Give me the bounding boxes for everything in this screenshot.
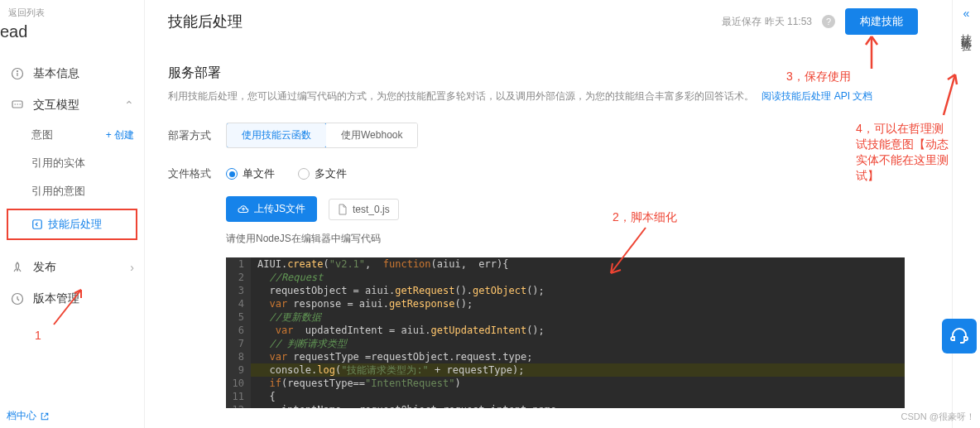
nav-interaction-model[interactable]: 交互模型 ⌃ xyxy=(0,89,144,121)
header-actions: 最近保存 昨天 11:53 ? 构建技能 xyxy=(722,8,918,35)
subnav-ref-intents[interactable]: 引用的意图 xyxy=(0,177,144,205)
file-format-row: 文件格式 单文件 多文件 xyxy=(168,166,918,181)
api-doc-link[interactable]: 阅读技能后处理 API 文档 xyxy=(761,90,872,102)
file-name: test_0.js xyxy=(353,204,390,215)
tab-cloud-function[interactable]: 使用技能云函数 xyxy=(226,123,327,148)
radio-multi-file[interactable]: 多文件 xyxy=(298,166,347,181)
section-title: 服务部署 xyxy=(168,65,918,82)
headset-icon xyxy=(949,326,969,346)
code-editor[interactable]: 1AIUI.create("v2.1", function(aiui, err)… xyxy=(226,257,905,408)
section-description: 利用技能后处理，您可以通过编写代码的方式，为您的技能配置多轮对话，以及调用外部信… xyxy=(168,89,918,104)
last-saved-text: 最近保存 昨天 11:53 xyxy=(722,15,812,29)
footer-doc-center[interactable]: 档中心 xyxy=(7,409,50,423)
subnav-intent[interactable]: 意图 + 创建 xyxy=(0,121,144,149)
back-square-icon xyxy=(31,219,43,230)
experience-panel[interactable]: « 技能体验 xyxy=(952,0,980,428)
nav-label: 发布 xyxy=(33,260,130,275)
chevron-up-icon: ⌃ xyxy=(124,99,134,112)
radio-icon xyxy=(226,168,238,180)
clock-icon xyxy=(10,291,25,306)
nav-label: 交互模型 xyxy=(33,98,124,113)
subnav-label: 技能后处理 xyxy=(48,217,102,232)
nav-version-mgmt[interactable]: 版本管理 xyxy=(0,283,144,315)
radio-icon xyxy=(298,168,310,180)
nav-publish[interactable]: 发布 › xyxy=(0,252,144,283)
file-icon xyxy=(338,204,348,215)
file-format-label: 文件格式 xyxy=(168,166,226,181)
nav-label: 基本信息 xyxy=(33,66,134,81)
radio-label: 单文件 xyxy=(243,166,275,181)
chevron-right-icon: › xyxy=(130,261,134,274)
page-title: 技能后处理 xyxy=(168,12,243,31)
deploy-method-label: 部署方式 xyxy=(168,128,226,143)
nav-basic-info[interactable]: 基本信息 xyxy=(0,58,144,89)
svg-rect-7 xyxy=(33,220,42,229)
help-icon[interactable]: ? xyxy=(822,15,835,28)
nav-label: 版本管理 xyxy=(33,291,134,306)
expand-icon[interactable]: « xyxy=(953,7,980,20)
cloud-upload-icon xyxy=(238,204,249,215)
logo-text: ead xyxy=(0,22,144,58)
back-link[interactable]: 返回列表 xyxy=(0,7,144,24)
build-skill-button[interactable]: 构建技能 xyxy=(845,8,918,35)
main-content: 技能后处理 最近保存 昨天 11:53 ? 构建技能 服务部署 利用技能后处理，… xyxy=(145,0,933,428)
file-actions-row: 上传JS文件 test_0.js xyxy=(226,196,918,222)
subnav-post-process[interactable]: 技能后处理 xyxy=(7,209,137,240)
subnav-label: 意图 xyxy=(31,127,53,142)
file-chip[interactable]: test_0.js xyxy=(329,199,399,220)
desc-text: 利用技能后处理，您可以通过编写代码的方式，为您的技能配置多轮对话，以及调用外部信… xyxy=(168,90,754,102)
deploy-method-row: 部署方式 使用技能云函数 使用Webhook xyxy=(168,123,918,148)
watermark: CSDN @很豪呀！ xyxy=(901,411,975,423)
support-fab[interactable] xyxy=(942,319,977,353)
radio-single-file[interactable]: 单文件 xyxy=(226,166,275,181)
svg-point-2 xyxy=(17,71,18,72)
rocket-icon xyxy=(10,260,25,275)
external-link-icon xyxy=(40,411,50,421)
page-header: 技能后处理 最近保存 昨天 11:53 ? 构建技能 xyxy=(168,8,918,45)
deploy-method-tabs: 使用技能云函数 使用Webhook xyxy=(226,123,418,148)
editor-hint: 请使用NodeJS在编辑器中编写代码 xyxy=(226,232,918,246)
subnav-entities[interactable]: 引用的实体 xyxy=(0,149,144,177)
file-format-radios: 单文件 多文件 xyxy=(226,166,347,181)
upload-btn-label: 上传JS文件 xyxy=(254,202,305,216)
radio-label: 多文件 xyxy=(315,166,347,181)
sidebar: 返回列表 ead 基本信息 交互模型 ⌃ 意图 + 创建 引用的实体 引用的意图… xyxy=(0,0,145,428)
info-icon xyxy=(10,66,25,81)
upload-js-button[interactable]: 上传JS文件 xyxy=(226,196,317,222)
experience-label: 技能体验 xyxy=(959,25,974,35)
tab-webhook[interactable]: 使用Webhook xyxy=(326,123,417,147)
deploy-section: 服务部署 利用技能后处理，您可以通过编写代码的方式，为您的技能配置多轮对话，以及… xyxy=(168,65,918,408)
footer-label: 档中心 xyxy=(7,409,36,423)
comment-icon xyxy=(10,98,25,113)
create-intent-button[interactable]: + 创建 xyxy=(106,128,134,142)
